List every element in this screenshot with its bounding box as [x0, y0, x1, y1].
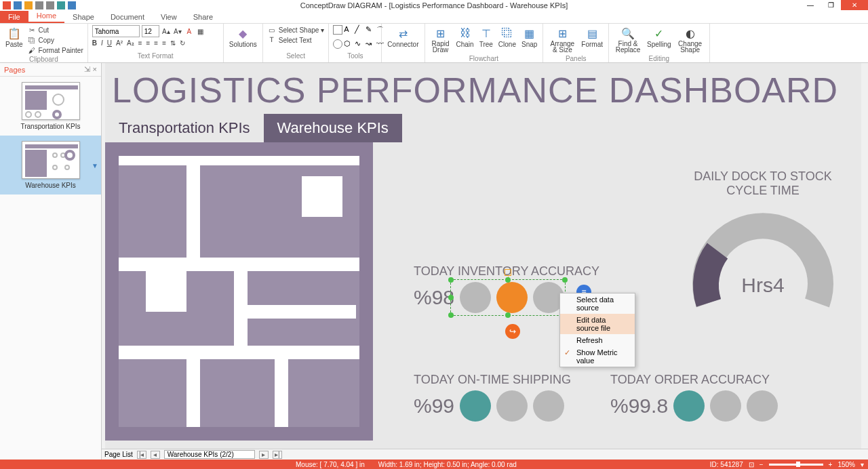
- format-painter-button[interactable]: 🖌Format Painter: [27, 45, 83, 55]
- page-next-button[interactable]: ▸: [259, 451, 269, 459]
- increase-font-icon[interactable]: A▴: [161, 26, 171, 36]
- tool-polygon-icon[interactable]: ⬡: [344, 39, 353, 49]
- italic-button[interactable]: I: [101, 39, 103, 47]
- close-panel-icon[interactable]: ×: [93, 65, 97, 74]
- font-color-icon[interactable]: A: [184, 26, 194, 36]
- rotation-handle-icon[interactable]: [505, 269, 511, 276]
- qat-doc-icon[interactable]: [24, 1, 33, 9]
- minimize-button[interactable]: —: [800, 0, 821, 10]
- find-replace-button[interactable]: 🔍Find & Replace: [613, 25, 643, 54]
- resize-handle[interactable]: [505, 277, 511, 283]
- indicator-dot: [710, 390, 741, 422]
- chevron-down-icon[interactable]: ▼: [92, 161, 98, 169]
- zoom-in-button[interactable]: +: [829, 461, 833, 468]
- tool-rect-icon[interactable]: [333, 25, 342, 35]
- font-size-input[interactable]: [142, 25, 159, 37]
- change-shape-button[interactable]: ◐Change Shape: [675, 25, 705, 54]
- ctx-refresh[interactable]: Refresh: [560, 334, 635, 346]
- chain-button[interactable]: ⛓Chain: [455, 25, 475, 49]
- zoom-slider[interactable]: [769, 464, 823, 466]
- resize-handle[interactable]: [562, 277, 568, 283]
- zoom-fit-icon[interactable]: ⊡: [749, 461, 754, 468]
- align-center-button[interactable]: ≡: [146, 39, 150, 47]
- rapid-draw-button[interactable]: ⊞Rapid Draw: [429, 25, 452, 54]
- line-spacing-button[interactable]: ⇅: [170, 39, 176, 47]
- solutions-button[interactable]: ◆ Solutions: [228, 25, 258, 49]
- qat-print-icon[interactable]: [57, 1, 65, 9]
- qat-save-icon[interactable]: [14, 1, 22, 9]
- tab-shape[interactable]: Shape: [64, 11, 102, 23]
- pin-icon[interactable]: ⇲: [84, 65, 90, 74]
- selection-box: [450, 279, 566, 316]
- text-rotation-button[interactable]: ↻: [180, 39, 185, 47]
- resize-handle[interactable]: [448, 277, 454, 283]
- tool-ellipse-icon[interactable]: [333, 39, 342, 49]
- resize-handle[interactable]: [448, 295, 454, 300]
- indicator-dot: [747, 390, 778, 422]
- tool-curve-icon[interactable]: ∿: [355, 39, 364, 49]
- tool-line-icon[interactable]: ╱: [355, 25, 364, 35]
- zoom-out-button[interactable]: −: [760, 461, 764, 468]
- maximize-button[interactable]: ❐: [821, 0, 841, 10]
- panels-group-label: Panels: [547, 54, 604, 64]
- action-reroute-icon[interactable]: ↪: [505, 324, 520, 339]
- qat-redo-icon[interactable]: [46, 1, 54, 9]
- tab-home[interactable]: Home: [28, 9, 64, 23]
- align-left-button[interactable]: ≡: [138, 39, 142, 47]
- qat-save2-icon[interactable]: [68, 1, 76, 9]
- ctx-show-metric-value[interactable]: ✓ Show Metric value: [560, 346, 635, 367]
- align-right-button[interactable]: ≡: [154, 39, 158, 47]
- clone-button[interactable]: ⿻Clone: [497, 25, 517, 49]
- page-thumb-transportation[interactable]: Transportation KPIs: [0, 77, 101, 136]
- ctx-edit-data-source[interactable]: Edit data source file: [560, 314, 635, 334]
- gauge-chart: [685, 198, 841, 320]
- tool-connector-icon[interactable]: ↝: [366, 39, 375, 49]
- page-prev-button[interactable]: ◂: [151, 451, 160, 459]
- pages-panel-header: Pages ⇲ ×: [0, 63, 101, 77]
- align-justify-button[interactable]: ≡: [162, 39, 166, 47]
- resize-handle[interactable]: [505, 312, 511, 318]
- select-text-button[interactable]: ᎢSelect Text: [267, 35, 325, 45]
- cut-button[interactable]: ✂Cut: [27, 25, 83, 35]
- font-name-input[interactable]: [92, 25, 140, 37]
- underline-button[interactable]: U: [107, 39, 112, 47]
- copy-button[interactable]: ⿻Copy: [27, 35, 83, 45]
- resize-handle[interactable]: [448, 312, 454, 318]
- zoom-dropdown-icon[interactable]: ▾: [861, 461, 864, 468]
- page-thumb-warehouse[interactable]: Warehouse KPIs ▼: [0, 136, 101, 195]
- clipboard-group-label: Clipboard: [4, 55, 83, 64]
- canvas-area[interactable]: LOGISTICS PERFORMANCE DASHBOARD Transpor…: [102, 63, 868, 460]
- status-id: ID: 541287: [710, 461, 743, 468]
- spelling-button[interactable]: ✓Spelling: [646, 25, 673, 49]
- subscript-button[interactable]: A₂: [127, 39, 134, 47]
- page-first-button[interactable]: |◂: [137, 451, 146, 459]
- tab-share[interactable]: Share: [185, 11, 221, 23]
- tab-view[interactable]: View: [153, 11, 185, 23]
- highlight-icon[interactable]: ▦: [196, 26, 205, 36]
- context-menu: Select data source Edit data source file…: [559, 293, 635, 367]
- ctx-select-data-source[interactable]: Select data source: [560, 293, 635, 314]
- decrease-font-icon[interactable]: A▾: [173, 26, 182, 36]
- tree-button[interactable]: ⊤Tree: [478, 25, 494, 49]
- dashboard-tab-warehouse[interactable]: Warehouse KPIs: [264, 114, 402, 142]
- canvas-page: LOGISTICS PERFORMANCE DASHBOARD Transpor…: [105, 63, 861, 460]
- ribbon-group-connector: ⇄ Connector: [382, 24, 425, 62]
- snap-button[interactable]: ▦Snap: [520, 25, 538, 49]
- tab-document[interactable]: Document: [102, 11, 153, 23]
- paste-button[interactable]: 📋 Paste: [4, 25, 24, 49]
- ribbon-group-select: ▭Select Shape▾ ᎢSelect Text Select: [263, 24, 330, 62]
- superscript-button[interactable]: A²: [116, 39, 123, 47]
- tool-pen-icon[interactable]: ✎: [366, 25, 375, 35]
- arrange-size-button[interactable]: ⊞Arrange & Size: [547, 25, 577, 54]
- tool-text-icon[interactable]: A: [344, 25, 353, 35]
- connector-button[interactable]: ⇄ Connector: [386, 25, 420, 49]
- select-shape-button[interactable]: ▭Select Shape▾: [267, 25, 325, 35]
- dashboard-tab-transportation[interactable]: Transportation KPIs: [105, 114, 264, 142]
- close-button[interactable]: ✕: [841, 0, 868, 10]
- tab-file[interactable]: File: [0, 11, 28, 23]
- bold-button[interactable]: B: [92, 39, 97, 47]
- dashboard-title: LOGISTICS PERFORMANCE DASHBOARD: [105, 63, 861, 114]
- qat-undo-icon[interactable]: [35, 1, 43, 9]
- format-button[interactable]: ▤Format: [580, 25, 604, 49]
- page-last-button[interactable]: ▸|: [273, 451, 282, 459]
